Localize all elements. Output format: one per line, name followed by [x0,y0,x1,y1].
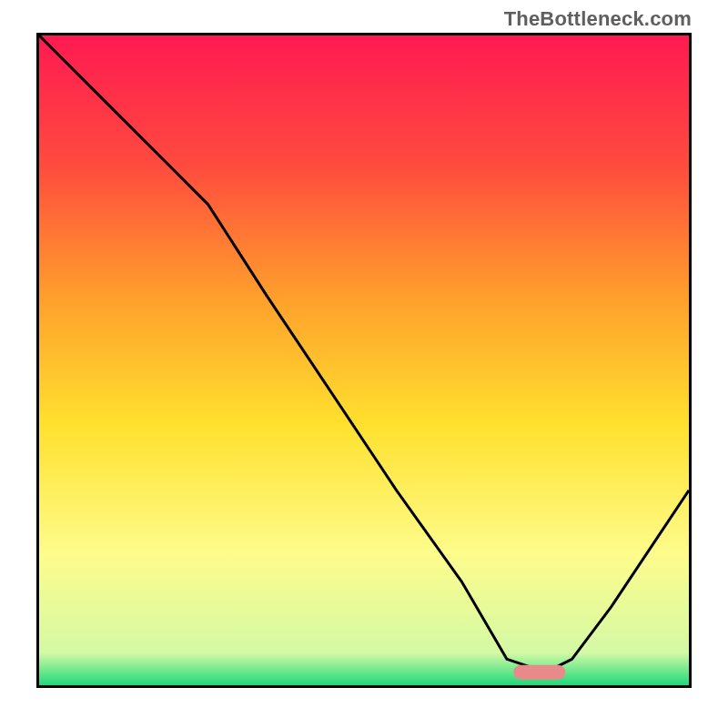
optimal-range-marker [513,665,565,680]
plot-area [36,33,692,688]
marker-layer [513,665,565,680]
chart-container: TheBottleneck.com [0,0,728,728]
watermark-text: TheBottleneck.com [504,7,692,31]
chart-svg [39,35,689,685]
